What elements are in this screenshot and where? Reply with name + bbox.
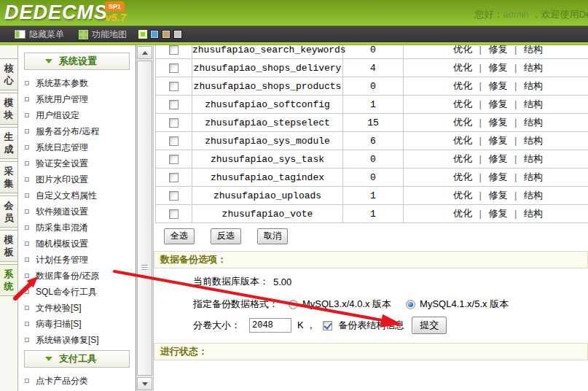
repair-link[interactable]: 修复 [489,98,508,109]
sidebar-tab[interactable]: 模块 [0,93,17,125]
structure-link[interactable]: 结构 [524,153,543,164]
optimize-link[interactable]: 优化 [453,135,472,146]
optimize-link[interactable]: 优化 [453,98,472,109]
sidebar-menu-item[interactable]: 随机模板设置 [18,236,136,252]
bullet-icon [25,145,29,150]
format-radio-option[interactable]: MySQL3.x/4.0.x 版本 [289,298,393,311]
scroll-up-button[interactable] [137,46,152,59]
bullet-icon [25,225,29,230]
sidebar-menu-item[interactable]: 点卡产品分类 [18,373,136,389]
optimize-link[interactable]: 优化 [453,208,472,219]
repair-link[interactable]: 修复 [489,190,508,201]
repair-link[interactable]: 修复 [489,208,508,219]
sidebar-menu-item[interactable]: 验证安全设置 [18,155,136,171]
sidebar-menu-item[interactable]: 图片水印设置 [18,171,136,187]
structure-link[interactable]: 结构 [524,208,543,219]
record-count-cell: 6 [343,132,404,150]
sidebar-menu-item[interactable]: 系统基本参数 [18,75,136,91]
optimize-link[interactable]: 优化 [453,62,472,73]
structure-link[interactable]: 结构 [524,98,543,109]
sidebar-menu-item[interactable]: 病毒扫描[S] [18,316,136,332]
bullet-icon [25,113,29,117]
optimize-link[interactable]: 优化 [453,80,472,91]
sidebar-tab[interactable]: 生成 [0,127,17,159]
sidebar-menu-item[interactable]: 服务器分布/远程 [18,123,136,139]
theme-swatch-blue-theme[interactable] [150,30,159,39]
bullet-icon [25,209,29,214]
row-checkbox[interactable] [169,118,179,128]
sidebar-tab[interactable]: 采集 [0,161,17,193]
optimize-link[interactable]: 优化 [453,171,472,182]
repair-link[interactable]: 修复 [489,80,508,91]
repair-link[interactable]: 修复 [489,171,508,182]
sidebar-menu-item[interactable]: SQL命令行工具 [18,284,136,300]
sidebar-menu-item[interactable]: 系统用户管理 [18,91,136,107]
bullet-icon [25,129,29,133]
sidebar-tab[interactable]: 系统 [0,264,17,296]
structure-link[interactable]: 结构 [524,171,543,182]
sidebar-menu-item[interactable]: 防采集串混淆 [18,220,136,236]
structure-link[interactable]: 结构 [524,45,543,55]
sidebar-tab[interactable]: 模板 [0,230,17,262]
function-map-button[interactable]: 功能地图 [79,28,127,41]
menu-section-header[interactable]: 系统设置 [24,53,130,70]
menu-section-header[interactable]: 支付工具 [24,350,130,368]
row-checkbox[interactable] [169,45,179,55]
repair-link[interactable]: 修复 [489,135,508,146]
select-all-button[interactable]: 全选 [164,228,195,244]
theme-swatch-silver-theme[interactable] [173,30,182,39]
repair-link[interactable]: 修复 [489,62,508,73]
sidebar-menu-item[interactable]: 自定义文档属性 [18,187,136,204]
sidebar-tab[interactable]: 核心 [0,58,17,90]
optimize-link[interactable]: 优化 [453,153,472,164]
sidebar-menu-item[interactable]: 系统错误修复[S] [18,332,136,348]
menu-item-label: 系统日志管理 [36,142,88,154]
structure-link[interactable]: 结构 [524,117,543,128]
sidebar-menu-item[interactable]: 软件频道设置 [18,204,136,220]
structure-link[interactable]: 结构 [524,135,543,146]
record-count-cell: 0 [343,169,404,187]
hide-menu-label: 隐藏菜单 [29,28,64,41]
optimize-link[interactable]: 优化 [453,117,472,128]
backup-structure-checkbox[interactable] [323,321,332,330]
row-checkbox[interactable] [169,173,179,182]
optimize-link[interactable]: 优化 [453,190,472,201]
optimize-link[interactable]: 优化 [453,45,472,55]
row-checkbox[interactable] [169,136,179,146]
theme-swatch-tan-theme[interactable] [162,30,170,39]
invert-select-button[interactable]: 反选 [211,228,241,244]
sidebar-menu-item[interactable]: 系统日志管理 [18,139,136,155]
db-version-line: 当前数据库版本： 5.00 [154,274,588,289]
sidebar-menu-item[interactable]: 数据库备份/还原 [18,268,136,284]
scroll-down-button[interactable] [137,377,152,390]
cancel-select-button[interactable]: 取消 [257,228,288,244]
structure-link[interactable]: 结构 [524,62,543,73]
row-checkbox[interactable] [169,63,179,73]
structure-link[interactable]: 结构 [524,190,543,201]
format-radio-option[interactable]: MySQL4.1.x/5.x 版本 [406,298,510,311]
row-checkbox[interactable] [169,82,179,91]
sidebar-tab[interactable]: 会员 [0,196,17,228]
row-checkbox[interactable] [169,191,179,201]
hide-menu-button[interactable]: 隐藏菜单 [15,28,64,41]
theme-swatch-green-theme[interactable] [138,30,147,39]
menu-scrollbar[interactable] [136,45,154,391]
table-name-cell: zhusufapiao_sys_task [192,150,343,169]
separator: | [508,45,525,55]
sidebar-menu-item[interactable]: 用户组设定 [18,107,136,123]
structure-link[interactable]: 结构 [524,80,543,91]
volume-size-label: 分卷大小： [193,319,240,332]
repair-link[interactable]: 修复 [489,45,508,55]
volume-size-input[interactable] [249,318,291,333]
submit-button[interactable]: 提交 [412,317,447,334]
row-checkbox[interactable] [169,209,179,219]
row-checkbox[interactable] [169,100,179,109]
sidebar-menu-item[interactable]: 文件校验[S] [18,300,136,316]
sidebar-menu-item[interactable]: 计划任务管理 [18,252,136,268]
scrollbar-thumb[interactable] [137,61,152,376]
repair-link[interactable]: 修复 [489,153,508,164]
repair-link[interactable]: 修复 [489,117,508,128]
record-count-cell: 4 [343,59,404,77]
record-count-cell: 1 [343,96,404,114]
row-checkbox[interactable] [169,155,179,164]
